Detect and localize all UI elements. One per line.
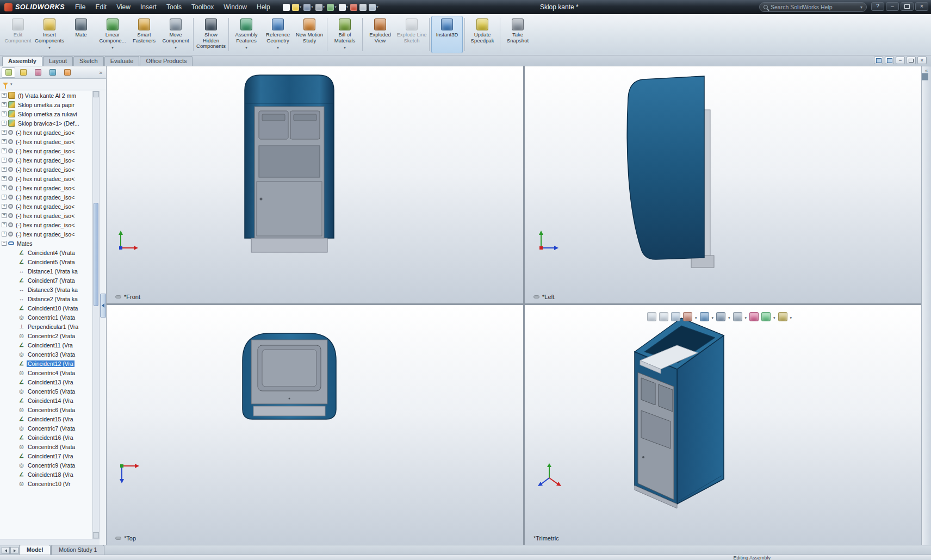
- restore-document-icon[interactable]: [907, 57, 916, 64]
- chevron-down-icon[interactable]: [175, 43, 177, 50]
- tree-item[interactable]: Coincident12 (Vra: [0, 359, 92, 368]
- chevron-down-icon[interactable]: ▾: [300, 5, 302, 9]
- rebuild-icon[interactable]: [350, 4, 357, 11]
- tab-scroll-right-button[interactable]: [10, 547, 18, 554]
- viewport-front[interactable]: *Front: [107, 66, 523, 303]
- tree-item[interactable]: Coincident18 (Vra: [0, 470, 92, 479]
- tree-item[interactable]: Concentric2 (Vrata: [0, 331, 92, 340]
- reference-geometry-button[interactable]: Reference Geometry: [262, 16, 294, 53]
- tree-item[interactable]: Concentric1 (Vrata: [0, 313, 92, 322]
- tree-scrollbar-thumb[interactable]: [94, 203, 98, 306]
- tree-item[interactable]: Coincident5 (Vrata: [0, 257, 92, 266]
- select-icon[interactable]: ▾: [339, 4, 349, 11]
- tree-expander[interactable]: [2, 158, 7, 163]
- chevron-down-icon[interactable]: [745, 314, 747, 320]
- tree-item[interactable]: Concentric7 (Vrata: [0, 424, 92, 433]
- take-snapshot-button[interactable]: Take Snapshot: [502, 16, 533, 53]
- chevron-down-icon[interactable]: ▾: [334, 5, 337, 9]
- tree-expander[interactable]: [2, 167, 7, 172]
- panel-expand-chevrons-icon[interactable]: [99, 70, 104, 76]
- view-orientation-icon[interactable]: [700, 312, 709, 321]
- tree-expander[interactable]: [2, 93, 7, 98]
- minimize-button[interactable]: [886, 2, 899, 11]
- zoom-fit-icon[interactable]: [647, 312, 656, 321]
- viewport-splitter-horizontal[interactable]: [107, 303, 921, 305]
- tree-item[interactable]: Coincident7 (Vrata: [0, 276, 92, 285]
- tree-item[interactable]: Concentric10 (Vr: [0, 479, 92, 488]
- new-document-icon[interactable]: [283, 4, 290, 11]
- tree-item[interactable]: (-) hex nut gradec_iso<: [0, 192, 92, 202]
- tree-item[interactable]: Concentric6 (Vrata: [0, 405, 92, 414]
- document-tab[interactable]: Model: [19, 545, 51, 555]
- custom-properties-icon[interactable]: [927, 73, 928, 80]
- chevron-down-icon[interactable]: [790, 314, 792, 320]
- menu-item[interactable]: File: [70, 2, 90, 13]
- viewport-splitter-vertical[interactable]: [523, 66, 525, 545]
- options-icon[interactable]: ▾: [369, 4, 378, 11]
- tree-expander[interactable]: [2, 213, 7, 218]
- chevron-down-icon[interactable]: [344, 43, 346, 50]
- tree-expander[interactable]: [2, 148, 7, 153]
- insert-components-button[interactable]: Insert Components: [34, 16, 65, 53]
- tree-expander[interactable]: [2, 130, 7, 135]
- menu-item[interactable]: View: [111, 2, 135, 13]
- tree-expander[interactable]: [2, 111, 7, 116]
- tree-item[interactable]: Coincident10 (Vrata: [0, 303, 92, 313]
- tree-expander[interactable]: [2, 176, 7, 181]
- office-addins-tab[interactable]: [60, 67, 74, 78]
- search-input[interactable]: [771, 4, 858, 10]
- tree-expander[interactable]: [2, 241, 7, 246]
- command-tab[interactable]: Evaluate: [104, 56, 140, 66]
- section-view-icon[interactable]: [683, 312, 692, 321]
- chevron-down-icon[interactable]: ▾: [346, 5, 349, 9]
- tree-horizontal-scrollbar[interactable]: [0, 539, 100, 545]
- chevron-down-icon[interactable]: [773, 314, 775, 320]
- file-properties-icon[interactable]: [359, 4, 367, 11]
- minimize-document-icon[interactable]: [896, 57, 905, 64]
- tree-item[interactable]: Sklop umetka za rukavi: [0, 109, 92, 119]
- menu-item[interactable]: Toolbox: [187, 2, 219, 13]
- tree-item[interactable]: (-) hex nut gradec_iso<: [0, 146, 92, 155]
- smart-fasteners-button[interactable]: Smart Fasteners: [128, 16, 160, 53]
- viewport-layout-four-icon[interactable]: [885, 57, 894, 64]
- tree-item[interactable]: Coincident11 (Vra: [0, 340, 92, 350]
- tree-expander[interactable]: [2, 222, 7, 227]
- tree-item[interactable]: Distance2 (Vrata ka: [0, 294, 92, 303]
- panel-collapse-handle[interactable]: [100, 294, 106, 318]
- display-style-icon[interactable]: [716, 312, 725, 321]
- view-settings-icon[interactable]: [778, 312, 787, 321]
- command-tab[interactable]: Assembly: [2, 56, 42, 66]
- print-icon[interactable]: ▾: [315, 4, 325, 11]
- edit-appearance-icon[interactable]: [749, 312, 759, 321]
- tree-item[interactable]: (-) hex nut gradec_iso<: [0, 128, 92, 137]
- mate-button[interactable]: Mate: [65, 16, 97, 53]
- tree-item[interactable]: (-) hex nut gradec_iso<: [0, 220, 92, 229]
- scroll-down-icon[interactable]: [93, 532, 99, 538]
- tree-expander[interactable]: [2, 195, 7, 200]
- tree-item[interactable]: (-) hex nut gradec_iso<: [0, 174, 92, 183]
- tree-item[interactable]: Coincident17 (Vra: [0, 451, 92, 461]
- tree-expander[interactable]: [2, 232, 7, 237]
- explode-line-sketch-button[interactable]: Explode Line Sketch: [396, 16, 427, 53]
- chevron-down-icon[interactable]: [277, 43, 279, 50]
- tree-item[interactable]: Distance1 (Vrata ka: [0, 266, 92, 276]
- tree-item[interactable]: (f) Vrata kante Al 2 mm: [0, 91, 92, 100]
- tree-item[interactable]: Concentric4 (Vrata: [0, 368, 92, 377]
- new-motion-study-button[interactable]: New Motion Study: [294, 16, 325, 53]
- configurationmanager-tab[interactable]: [31, 67, 45, 78]
- tree-expander[interactable]: [2, 204, 7, 209]
- displaymanager-tab[interactable]: [46, 67, 59, 78]
- tree-item[interactable]: (-) hex nut gradec_iso<: [0, 165, 92, 174]
- tree-item[interactable]: Concentric3 (Vrata: [0, 350, 92, 359]
- tree-item[interactable]: Coincident13 (Vra: [0, 377, 92, 387]
- command-tab[interactable]: Sketch: [73, 56, 104, 66]
- viewport-left[interactable]: *Left: [525, 66, 921, 303]
- viewport-trimetric[interactable]: *Trimetric: [525, 305, 921, 545]
- linear-component-pattern-button[interactable]: Linear Compone...: [97, 16, 128, 53]
- chevron-down-icon[interactable]: [728, 314, 730, 320]
- menu-item[interactable]: Window: [219, 2, 252, 13]
- tree-expander[interactable]: [2, 139, 7, 144]
- save-icon[interactable]: ▾: [303, 4, 313, 11]
- propertymanager-tab[interactable]: [16, 67, 30, 78]
- apply-scene-icon[interactable]: [761, 312, 771, 321]
